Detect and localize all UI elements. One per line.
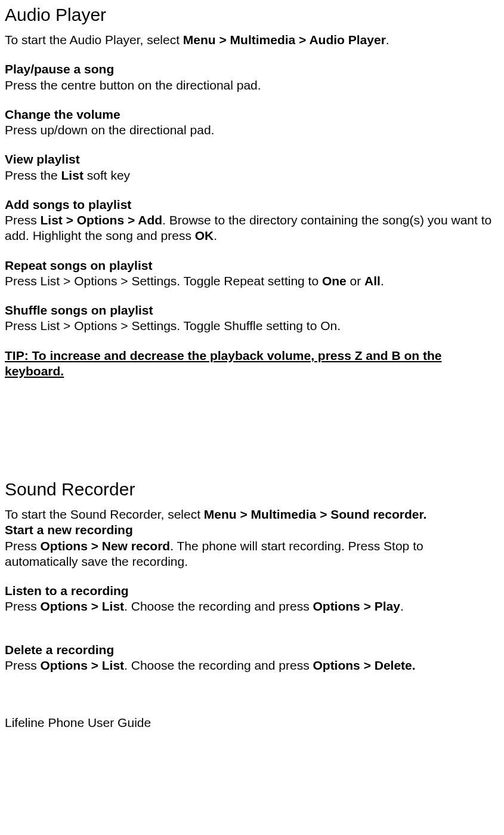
text: . [400,599,404,613]
menu-path: Options > New record [41,539,171,553]
text-delete-recording: Press Options > List. Choose the recordi… [5,658,499,673]
menu-path: Menu > Multimedia > Audio Player [183,33,386,47]
intro-sound-recorder: To start the Sound Recorder, select Menu… [5,507,499,522]
text: To start the Sound Recorder, select [5,507,204,521]
text: . [214,229,217,242]
text: soft key [84,168,130,182]
text-change-volume: Press up/down on the directional pad. [5,122,499,138]
label-listen-recording: Listen to a recording [5,583,499,599]
text: . Choose the recording and press [124,599,313,613]
key-ok: OK [195,229,214,242]
text: To start the Audio Player, select [5,33,183,47]
intro-audio-player: To start the Audio Player, select Menu >… [5,32,499,48]
label-change-volume: Change the volume [5,107,499,122]
text: . Choose the recording and press [124,658,313,672]
menu-path: Options > Play [313,599,400,613]
menu-path: Options > Delete. [313,658,415,672]
text-repeat-songs: Press List > Options > Settings. Toggle … [5,273,499,289]
menu-path: List > Options > Add [41,213,163,227]
label-repeat-songs: Repeat songs on playlist [5,258,499,273]
text: Press [5,599,41,613]
softkey-list: List [61,168,84,182]
label-play-pause: Play/pause a song [5,61,499,77]
text-start-recording: Press Options > New record. The phone wi… [5,538,499,570]
text: Press List > Options > Settings. Toggle … [5,274,322,288]
label-view-playlist: View playlist [5,152,499,167]
menu-path: Options > List [41,658,125,672]
footer-text: Lifeline Phone User Guide [5,715,499,731]
text: Press [5,213,41,227]
menu-path: Options > List [41,599,125,613]
text-listen-recording: Press Options > List. Choose the recordi… [5,599,499,614]
text-add-songs: Press List > Options > Add. Browse to th… [5,212,499,244]
text: Press [5,539,41,553]
heading-sound-recorder: Sound Recorder [5,479,499,500]
tip-volume-keys: TIP: To increase and decrease the playba… [5,348,499,380]
label-start-recording: Start a new recording [5,522,499,538]
text-view-playlist: Press the List soft key [5,168,499,183]
text: . [381,274,384,288]
option-all: All [364,274,381,288]
label-add-songs: Add songs to playlist [5,197,499,212]
text: or [347,274,364,288]
text-shuffle-songs: Press List > Options > Settings. Toggle … [5,318,499,334]
text: Press the [5,168,61,182]
document-page: Audio Player To start the Audio Player, … [0,5,504,731]
heading-audio-player: Audio Player [5,5,499,25]
text-play-pause: Press the centre button on the direction… [5,78,499,93]
menu-path: Menu > Multimedia > Sound recorder. [204,507,426,521]
text: Press [5,658,41,672]
option-one: One [322,274,347,288]
text: . [386,33,389,47]
label-delete-recording: Delete a recording [5,642,499,658]
label-shuffle-songs: Shuffle songs on playlist [5,303,499,318]
